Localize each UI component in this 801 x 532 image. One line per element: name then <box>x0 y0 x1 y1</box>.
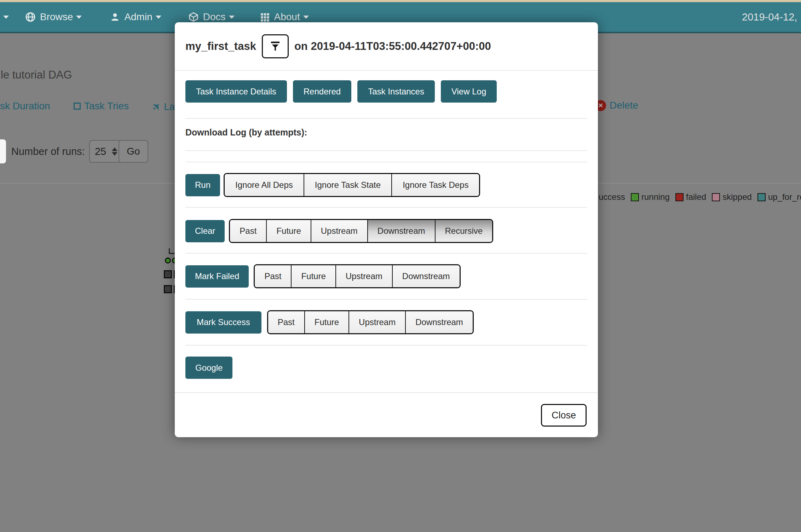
toggle-ignore-task-state[interactable]: Ignore Task State <box>304 174 391 196</box>
task-instance-square[interactable] <box>164 285 172 293</box>
legend-up-for-reschedule-label: up_for_resche <box>768 192 801 202</box>
stepper-icon <box>112 148 117 156</box>
task-instance-square[interactable] <box>164 270 172 278</box>
run-timestamp: on 2019-04-11T03:55:00.442707+00:00 <box>294 40 491 53</box>
divider <box>185 299 587 300</box>
google-button[interactable]: Google <box>185 357 232 379</box>
download-log-label: Download Log (by attempts): <box>185 127 587 138</box>
delete-dag-link[interactable]: ✕ Delete <box>595 100 638 111</box>
task-instances-button[interactable]: Task Instances <box>357 80 435 103</box>
legend-skipped-swatch <box>712 193 720 201</box>
navbar-date: 2019-04-12, <box>742 2 797 32</box>
nav-menu-browse[interactable]: Browse <box>25 11 82 23</box>
toggle-downstream[interactable]: Downstream <box>392 265 460 287</box>
toggle-downstream[interactable]: Downstream <box>367 220 435 242</box>
tab-task-duration-label: sk Duration <box>0 100 50 112</box>
nav-browse-label: Browse <box>40 11 73 23</box>
chevron-down-icon[interactable] <box>3 16 9 19</box>
close-button[interactable]: Close <box>541 404 587 427</box>
divider <box>185 345 587 346</box>
toggle-ignore-task-deps[interactable]: Ignore Task Deps <box>391 174 479 196</box>
tab-task-duration[interactable]: sk Duration <box>0 100 50 112</box>
toggle-future[interactable]: Future <box>304 311 348 333</box>
nav-about-label: About <box>274 11 300 23</box>
user-icon <box>110 12 120 22</box>
plane-icon: ✈ <box>149 99 164 114</box>
nav-menu-about[interactable]: About <box>260 11 309 23</box>
toggle-ignore-all-deps[interactable]: Ignore All Deps <box>225 174 304 196</box>
filter-icon <box>270 41 281 52</box>
nav-menu-admin[interactable]: Admin <box>110 11 161 23</box>
toggle-upstream[interactable]: Upstream <box>335 265 392 287</box>
filter-button[interactable] <box>262 34 289 58</box>
number-of-runs-row: Number of runs: 25 <box>11 140 123 163</box>
toggle-past[interactable]: Past <box>230 220 266 242</box>
base-date-input-fragment[interactable] <box>0 139 6 163</box>
legend-skipped-label: skipped <box>722 192 752 202</box>
divider <box>185 162 587 162</box>
clear-options-group: Past Future Upstream Downstream Recursiv… <box>229 219 493 243</box>
modal-header: my_first_task on 2019-04-11T03:55:00.442… <box>175 22 598 71</box>
chevron-down-icon <box>303 16 309 19</box>
legend-success-label: uccess <box>599 192 625 202</box>
globe-icon <box>25 12 36 22</box>
toggle-upstream[interactable]: Upstream <box>311 220 367 242</box>
run-button[interactable]: Run <box>185 174 220 196</box>
legend-failed-swatch <box>675 193 684 201</box>
divider <box>185 207 587 208</box>
tab-task-tries[interactable]: Task Tries <box>74 100 129 112</box>
state-legend: uccess running failed skipped up_for_res… <box>599 192 801 202</box>
number-of-runs-label: Number of runs: <box>11 146 85 157</box>
nav-docs-label: Docs <box>203 11 226 23</box>
toggle-upstream[interactable]: Upstream <box>348 311 405 333</box>
modal-footer: Close <box>175 392 598 437</box>
divider <box>185 118 587 119</box>
modal-body: Task Instance Details Rendered Task Inst… <box>175 80 598 379</box>
dag-description: le tutorial DAG <box>1 69 72 81</box>
run-action-row: Run Ignore All Deps Ignore Task State Ig… <box>185 173 587 197</box>
rendered-button[interactable]: Rendered <box>293 80 351 103</box>
clear-button[interactable]: Clear <box>185 220 225 242</box>
clear-action-row: Clear Past Future Upstream Downstream Re… <box>185 219 587 243</box>
tab-landing-times-label: La <box>164 101 175 112</box>
screen: le tutorial DAG sk Duration Task Tries ✈… <box>0 0 801 532</box>
task-name: my_first_task <box>185 40 256 53</box>
modal-title: my_first_task on 2019-04-11T03:55:00.442… <box>185 34 491 58</box>
go-button[interactable]: Go <box>119 140 148 163</box>
cube-icon <box>188 12 199 22</box>
toggle-future[interactable]: Future <box>291 265 335 287</box>
toggle-recursive[interactable]: Recursive <box>435 220 492 242</box>
legend-up-for-reschedule-swatch <box>757 193 766 201</box>
toggle-downstream[interactable]: Downstream <box>405 311 473 333</box>
chevron-down-icon <box>156 16 161 19</box>
tab-landing-times[interactable]: ✈ La <box>152 100 175 113</box>
mark-failed-action-row: Mark Failed Past Future Upstream Downstr… <box>185 264 587 288</box>
legend-item-skipped: skipped <box>712 192 752 202</box>
detail-button-row: Task Instance Details Rendered Task Inst… <box>185 80 587 103</box>
mark-success-button[interactable]: Mark Success <box>185 311 261 334</box>
square-icon <box>74 103 81 110</box>
legend-running-label: running <box>641 192 670 202</box>
tab-task-tries-label: Task Tries <box>84 100 129 112</box>
task-instance-details-button[interactable]: Task Instance Details <box>185 80 287 103</box>
chevron-down-icon <box>76 16 82 19</box>
task-instance-modal: my_first_task on 2019-04-11T03:55:00.442… <box>175 22 598 437</box>
mark-failed-options-group: Past Future Upstream Downstream <box>254 264 460 288</box>
mark-failed-button[interactable]: Mark Failed <box>185 265 249 288</box>
legend-item-success: uccess <box>599 192 625 202</box>
view-log-button[interactable]: View Log <box>441 80 497 103</box>
toggle-past[interactable]: Past <box>268 311 304 333</box>
dag-run-circle[interactable] <box>165 258 171 264</box>
run-options-group: Ignore All Deps Ignore Task State Ignore… <box>224 173 480 197</box>
toggle-future[interactable]: Future <box>266 220 310 242</box>
divider <box>185 253 587 254</box>
number-of-runs-select[interactable]: 25 <box>89 140 123 163</box>
mark-success-options-group: Past Future Upstream Downstream <box>267 310 474 334</box>
legend-item-failed: failed <box>675 192 706 202</box>
toggle-past[interactable]: Past <box>255 265 291 287</box>
legend-failed-label: failed <box>686 192 706 202</box>
nav-admin-label: Admin <box>124 11 152 23</box>
legend-running-swatch <box>631 193 639 201</box>
go-button-label: Go <box>127 146 140 157</box>
nav-menu-docs[interactable]: Docs <box>188 11 235 23</box>
